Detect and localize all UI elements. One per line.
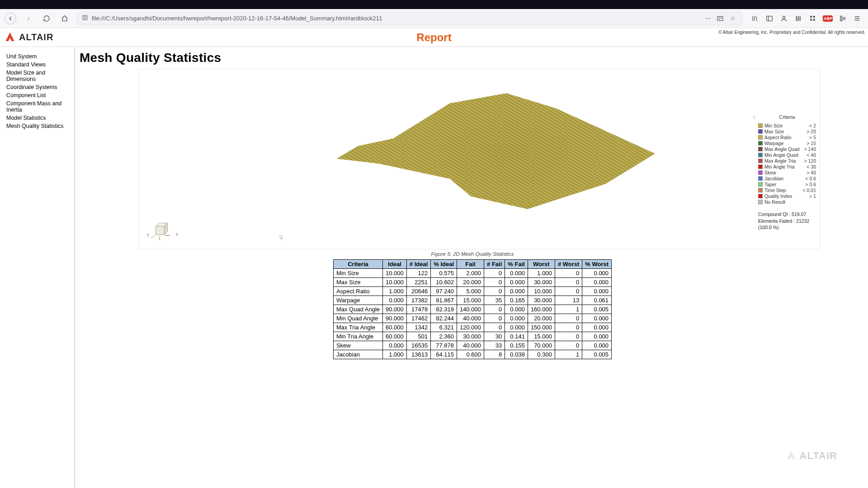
table-cell: Max Quad Angle (333, 305, 382, 314)
table-header-cell: % Ideal (431, 260, 457, 269)
legend-swatch (758, 176, 763, 181)
table-cell: 1.000 (528, 269, 555, 278)
toolbar-right: ABP (749, 14, 863, 23)
table-cell: 0.600 (457, 350, 484, 359)
extension-abp-icon[interactable]: ABP (823, 15, 833, 22)
extension-icon-3[interactable] (838, 14, 847, 23)
back-button[interactable] (5, 13, 16, 24)
table-cell: 0 (555, 314, 582, 323)
legend-item-threshold: > 20 (807, 129, 816, 134)
sidebar-item-coordinate-systems[interactable]: Coordinate Systems (6, 83, 75, 91)
table-cell: 15.000 (457, 296, 484, 305)
sidebar-item-component-mass[interactable]: Component Mass and Inertia (6, 99, 75, 114)
main-content: Mesh Quality Statistics y x ⠿ Criteria M… (75, 47, 868, 488)
reader-mode-icon[interactable] (716, 14, 725, 23)
table-header-cell: # Ideal (406, 260, 430, 269)
table-cell: Max Size (333, 278, 382, 287)
page-info-icon[interactable] (82, 14, 88, 22)
mesh-render (330, 91, 684, 217)
table-cell: 10.000 (383, 269, 407, 278)
table-cell: 0.000 (505, 305, 528, 314)
sidebar-item-model-size[interactable]: Model Size and Dimensions (6, 69, 75, 83)
table-row: Jacobian1.0001361364.1150.60080.0380.300… (333, 350, 611, 359)
library-icon[interactable] (750, 14, 760, 23)
sidebar-item-unit-system[interactable]: Unit System (6, 52, 75, 61)
svg-rect-12 (840, 19, 842, 21)
table-cell: 82.244 (431, 314, 457, 323)
table-cell: 90.000 (383, 314, 407, 323)
table-cell: 8 (484, 350, 505, 359)
legend-item-name: No Result (764, 199, 814, 205)
legend-item: Time Step< 0.01 (758, 187, 816, 193)
url-text: file:///C:/Users/sgandhi/Documents/hwrep… (92, 15, 699, 22)
legend-drag-icon[interactable]: ⠿ (753, 115, 756, 120)
legend-swatch (758, 164, 763, 169)
table-cell: 17462 (406, 314, 430, 323)
sidebar: Unit System Standard Views Model Size an… (0, 47, 75, 488)
table-cell: 30.000 (457, 332, 484, 341)
table-cell: 0.000 (505, 278, 528, 287)
account-icon[interactable] (779, 14, 788, 23)
table-cell: 0 (484, 305, 505, 314)
table-cell: 35 (484, 296, 505, 305)
legend-title: Criteria (758, 114, 816, 120)
sidebar-item-mesh-quality[interactable]: Mesh Quality Statistics (6, 122, 75, 130)
svg-rect-8 (813, 16, 815, 18)
table-cell: 40.000 (457, 314, 484, 323)
triad-x-label: x (176, 232, 178, 237)
legend-item-name: Max Angle Tria (764, 158, 802, 164)
legend-item-name: Time Step (764, 188, 801, 193)
legend-item: Min Size< 2 (758, 122, 816, 128)
extension-icon-2[interactable] (808, 14, 817, 23)
legend-swatch (758, 159, 763, 163)
table-cell: 82.319 (431, 305, 457, 314)
table-cell: 0.000 (582, 278, 612, 287)
table-cell: 60.000 (383, 332, 407, 341)
legend-item-name: Aspect Ratio (764, 135, 807, 140)
table-cell: 0 (555, 269, 582, 278)
table-cell: 140.000 (457, 305, 484, 314)
table-cell: 150.000 (528, 323, 555, 332)
table-cell: 0.000 (505, 323, 528, 332)
sidebar-item-model-statistics[interactable]: Model Statistics (6, 114, 75, 122)
svg-rect-7 (810, 16, 812, 18)
sidebar-item-standard-views[interactable]: Standard Views (6, 61, 75, 69)
table-cell: Jacobian (333, 350, 382, 359)
legend-item-name: Min Angle Quad (764, 152, 805, 158)
svg-point-3 (783, 16, 785, 18)
legend-item-name: Max Angle Quad (764, 146, 802, 152)
cursor-icon: ☟ (279, 234, 283, 241)
legend-item: Taper> 0.6 (758, 181, 816, 187)
legend-item-name: Warpage (764, 141, 805, 146)
table-cell: 17382 (406, 296, 430, 305)
url-menu-icon[interactable]: ⋯ (703, 14, 712, 23)
table-cell: 0.000 (582, 341, 612, 350)
sidebar-item-component-list[interactable]: Component List (6, 91, 75, 99)
table-cell: 0.000 (505, 314, 528, 323)
legend-item-threshold: > 140 (804, 146, 816, 152)
legend-item-name: Min Angle Tria (764, 164, 805, 169)
table-cell: 30 (484, 332, 505, 341)
reload-button[interactable] (41, 13, 52, 24)
svg-rect-4 (796, 16, 797, 21)
bookmark-icon[interactable]: ☆ (728, 14, 737, 23)
menu-icon[interactable] (853, 14, 862, 23)
table-cell: 0.155 (505, 341, 528, 350)
forward-button[interactable] (23, 13, 34, 24)
extension-icon-1[interactable] (794, 14, 803, 23)
table-row: Min Size10.0001220.5752.00000.0001.00000… (333, 269, 611, 278)
table-cell: 501 (406, 332, 430, 341)
home-button[interactable] (59, 13, 71, 24)
legend-item-threshold: < 0.6 (805, 176, 816, 181)
legend-swatch (758, 153, 763, 157)
sidebar-toggle-icon[interactable] (765, 14, 774, 23)
table-cell: 0.000 (383, 296, 407, 305)
legend-item: Min Angle Tria< 30 (758, 164, 816, 169)
table-cell: Min Quad Angle (333, 314, 382, 323)
table-cell: 20646 (406, 287, 430, 296)
table-row: Min Quad Angle90.0001746282.24440.00000.… (333, 314, 611, 323)
svg-rect-2 (767, 16, 772, 21)
address-bar[interactable]: file:///C:/Users/sgandhi/Documents/hwrep… (77, 12, 742, 25)
legend-item-threshold: > 0.6 (805, 182, 816, 187)
table-row: Warpage0.0001738281.86715.000350.16530.0… (333, 296, 611, 305)
